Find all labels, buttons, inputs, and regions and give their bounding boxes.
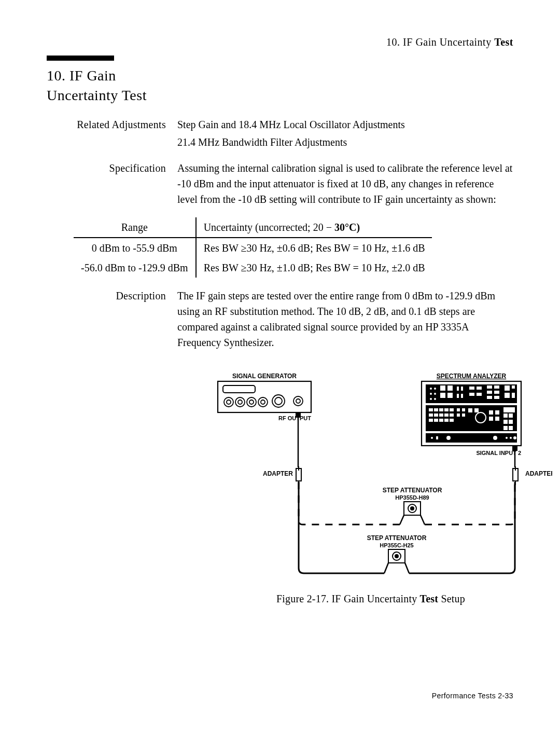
rf-output-connector — [296, 412, 301, 418]
svg-point-16 — [430, 388, 432, 390]
svg-rect-63 — [462, 413, 465, 417]
svg-point-7 — [249, 400, 254, 404]
svg-rect-22 — [440, 385, 445, 391]
svg-rect-70 — [495, 417, 499, 421]
figure-caption-prefix: Figure 2-17. IF Gain Uncertainty — [276, 593, 420, 604]
svg-rect-39 — [494, 396, 499, 399]
svg-rect-32 — [469, 393, 474, 396]
svg-point-3 — [227, 400, 231, 404]
svg-rect-37 — [494, 391, 499, 394]
svg-point-81 — [446, 436, 451, 440]
cell-uncertainty-1: Res BW ≥30 Hz, ±1.0 dB; Res BW = 10 Hz, … — [196, 258, 432, 278]
label-signal-generator: SIGNAL GENERATOR — [232, 373, 297, 380]
table-header-uncertainty: Uncertainty (uncorrected; 20 − 30°C) — [196, 217, 432, 238]
svg-rect-53 — [444, 413, 449, 417]
svg-rect-60 — [457, 408, 460, 411]
step-attenuator-2-icon — [388, 549, 405, 563]
svg-rect-45 — [429, 408, 433, 411]
svg-point-13 — [296, 399, 300, 403]
svg-rect-43 — [512, 393, 515, 398]
svg-rect-67 — [489, 410, 493, 415]
signal-input-connector — [512, 446, 517, 451]
svg-point-6 — [247, 397, 256, 407]
svg-rect-46 — [434, 408, 438, 411]
running-header-prefix: 10. IF Gain Uncertainty — [386, 36, 494, 48]
svg-rect-54 — [450, 413, 454, 417]
label-step-attenuator-1-sub: HP355D-H89 — [395, 494, 429, 501]
description-paragraph: The IF gain steps are tested over the en… — [177, 288, 513, 350]
section-rule — [47, 56, 114, 61]
svg-rect-77 — [509, 426, 513, 430]
svg-rect-57 — [439, 419, 443, 422]
atten2-lead-right — [405, 563, 409, 573]
svg-rect-47 — [439, 408, 443, 411]
svg-point-4 — [235, 397, 245, 407]
step-attenuator-1-icon — [404, 502, 421, 515]
page-footer: Performance Tests 2-33 — [432, 692, 513, 700]
svg-rect-40 — [505, 385, 510, 391]
related-adjustments-line-2: 21.4 MHz Bandwidth Filter Adjustments — [177, 134, 513, 150]
cell-range-1: -56.0 dBm to -129.9 dBm — [74, 258, 196, 278]
svg-rect-78 — [426, 433, 517, 443]
table-row: 0 dBm to -55.9 dBm Res BW ≥30 Hz, ±0.6 d… — [74, 238, 432, 258]
svg-rect-38 — [487, 396, 492, 399]
svg-rect-51 — [434, 413, 438, 417]
cable-solid-left-2 — [299, 482, 384, 573]
svg-rect-31 — [477, 387, 482, 390]
specification-block: Specification Assuming the internal cali… — [47, 160, 513, 209]
description-text: The IF gain steps are tested over the en… — [177, 288, 513, 352]
svg-point-85 — [513, 436, 516, 439]
spectrum-analyzer-device — [422, 381, 521, 446]
svg-rect-65 — [474, 408, 479, 412]
description-label: Description — [47, 288, 177, 304]
svg-rect-41 — [512, 385, 515, 389]
cell-uncertainty-0: Res BW ≥30 Hz, ±0.6 dB; Res BW = 10 Hz, … — [196, 238, 432, 258]
svg-rect-36 — [487, 391, 492, 394]
svg-rect-33 — [477, 393, 482, 396]
svg-rect-68 — [495, 410, 499, 415]
svg-rect-61 — [462, 408, 465, 411]
label-adapter-left: ADAPTER — [263, 470, 293, 477]
svg-rect-25 — [447, 393, 453, 398]
svg-point-10 — [272, 395, 285, 407]
label-step-attenuator-2-sub: HP355C-H25 — [380, 542, 413, 548]
related-adjustments-label: Related Adjustments — [47, 117, 177, 132]
svg-rect-35 — [494, 385, 499, 389]
svg-point-97 — [395, 554, 399, 558]
related-adjustments-text: Step Gain and 18.4 MHz Local Oscillator … — [177, 117, 513, 152]
svg-point-5 — [238, 400, 242, 404]
svg-rect-50 — [429, 413, 433, 417]
title-line-1: 10. IF Gain — [47, 66, 513, 86]
figure-caption-bold: Test — [420, 593, 439, 604]
svg-rect-27 — [461, 387, 463, 391]
label-rf-output: RF OUTPUT — [278, 415, 311, 421]
running-header: 10. IF Gain Uncertainty Test — [47, 36, 513, 48]
title-line-2: Uncertainty Test — [47, 86, 513, 105]
table-row: -56.0 dBm to -129.9 dBm Res BW ≥30 Hz, ±… — [74, 258, 432, 278]
related-adjustments-block: Related Adjustments Step Gain and 18.4 M… — [47, 117, 513, 152]
related-adjustments-line-1: Step Gain and 18.4 MHz Local Oscillator … — [177, 117, 513, 132]
svg-rect-55 — [429, 419, 433, 422]
svg-point-20 — [434, 393, 436, 395]
figure-diagram: SIGNAL GENERATOR RF OUTPUT — [189, 371, 552, 583]
svg-point-12 — [293, 396, 303, 406]
table-header-row: Range Uncertainty (uncorrected; 20 − 30°… — [74, 217, 432, 238]
svg-rect-74 — [503, 420, 508, 424]
specification-text: Assuming the internal calibration signal… — [177, 160, 513, 209]
svg-rect-29 — [461, 394, 463, 398]
svg-rect-59 — [450, 419, 454, 422]
svg-point-11 — [275, 397, 282, 405]
svg-point-19 — [434, 388, 436, 390]
specification-paragraph: Assuming the internal calibration signal… — [177, 160, 513, 207]
label-step-attenuator-2: STEP ATTENUATOR — [367, 534, 427, 542]
svg-rect-23 — [447, 385, 453, 391]
svg-point-82 — [493, 436, 497, 440]
label-adapter-right: ADAPTER — [525, 470, 552, 477]
table-header-range: Range — [74, 217, 196, 238]
svg-point-2 — [224, 397, 233, 407]
svg-point-9 — [261, 400, 265, 404]
svg-rect-72 — [503, 413, 508, 418]
figure-caption-suffix: Setup — [438, 593, 465, 604]
svg-rect-80 — [436, 436, 438, 439]
svg-point-21 — [434, 398, 436, 400]
